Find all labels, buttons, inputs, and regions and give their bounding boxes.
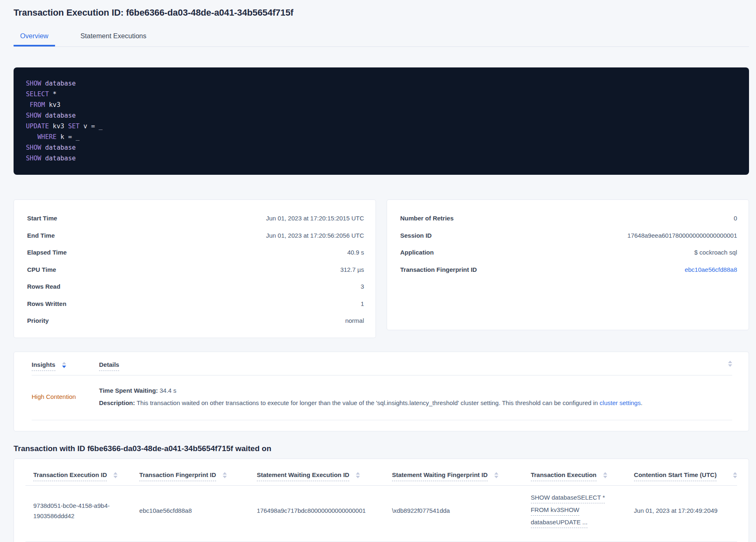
- sql-code-line: SELECT *: [26, 89, 737, 100]
- summary-value: Jun 01, 2023 at 17:20:56:2056 UTC: [266, 232, 364, 239]
- sort-icon[interactable]: [356, 472, 360, 478]
- sort-icon[interactable]: [62, 362, 66, 368]
- column-header[interactable]: Statement Waiting Fingerprint ID: [392, 471, 531, 481]
- summary-label: CPU Time: [27, 266, 56, 273]
- transaction-fingerprint-id-cell: ebc10ae56cfd88a8: [139, 505, 257, 516]
- summary-label: Transaction Fingerprint ID: [400, 266, 477, 273]
- transaction-execution-preview-link[interactable]: SHOW databaseSELECT *FROM kv3SHOWdatabas…: [531, 492, 634, 529]
- session-row: Transaction Fingerprint IDebc10ae56cfd88…: [387, 261, 749, 278]
- summary-card-session: Number of Retries0Session ID17648a9eea60…: [387, 199, 749, 330]
- sort-icon[interactable]: [113, 472, 118, 478]
- session-row: Number of Retries0: [387, 210, 749, 227]
- sort-icon[interactable]: [603, 472, 607, 478]
- tab-overview[interactable]: Overview: [14, 28, 55, 46]
- timing-row: CPU Time312.7 µs: [14, 261, 376, 278]
- summary-label: Application: [400, 249, 434, 256]
- column-header[interactable]: Transaction Fingerprint ID: [139, 471, 257, 481]
- transaction-execution-preview-line[interactable]: SHOW databaseSELECT *: [531, 492, 605, 503]
- transaction-execution-id-cell: 9738d051-bc0e-4158-a9b4-1903586ddd42: [25, 500, 139, 521]
- table-row: 9738d051-bc0e-4158-a9b4-1903586ddd42ebc1…: [25, 486, 737, 542]
- column-header-label[interactable]: Transaction Fingerprint ID: [139, 471, 216, 481]
- timing-row: Rows Written1: [14, 295, 376, 313]
- waited-table-body: 9738d051-bc0e-4158-a9b4-1903586ddd42ebc1…: [25, 486, 737, 542]
- session-row: Application$ cockroach sql: [387, 244, 749, 261]
- summary-label: End Time: [27, 232, 55, 239]
- sql-code-line: UPDATE kv3 SET v = _: [26, 121, 737, 132]
- insight-description: Description: This transaction waited on …: [99, 397, 732, 409]
- transaction-execution-preview-line[interactable]: databaseUPDATE ...: [531, 517, 588, 528]
- contention-start-time-cell: Jun 01, 2023 at 17:20:49:2049: [634, 505, 737, 516]
- column-header-label[interactable]: Transaction Execution ID: [33, 471, 107, 481]
- details-column-header[interactable]: Details: [99, 361, 721, 368]
- sql-code-line: SHOW database: [26, 78, 737, 89]
- transaction-fingerprint-link[interactable]: ebc10ae56cfd88a8: [685, 266, 737, 273]
- timing-row: Start TimeJun 01, 2023 at 17:20:15:2015 …: [14, 210, 376, 227]
- insights-table-card: Insights Details High Contention Time Sp…: [14, 352, 749, 431]
- summary-label: Rows Written: [27, 300, 67, 307]
- page-title: Transaction Execution ID: f6be6366-da03-…: [14, 7, 749, 18]
- tab-statement-executions[interactable]: Statement Executions: [74, 28, 153, 46]
- summary-value: normal: [345, 317, 364, 324]
- insight-details: Time Spent Waiting: 34.4 s Description: …: [99, 384, 732, 409]
- sort-icon[interactable]: [223, 472, 227, 478]
- cluster-settings-link[interactable]: cluster settings: [599, 399, 641, 406]
- summary-card-timing: Start TimeJun 01, 2023 at 17:20:15:2015 …: [14, 199, 376, 338]
- insight-row: High Contention Time Spent Waiting: 34.4…: [32, 375, 732, 420]
- summary-label: Number of Retries: [400, 215, 454, 222]
- timing-row: Elapsed Time40.9 s: [14, 244, 376, 261]
- summary-label: Start Time: [27, 215, 57, 222]
- sort-icon[interactable]: [728, 361, 732, 367]
- waited-on-section-title: Transaction with ID f6be6366-da03-48de-a…: [14, 444, 749, 453]
- column-header-label[interactable]: Statement Waiting Fingerprint ID: [392, 471, 488, 481]
- summary-value: 3: [361, 283, 364, 290]
- insights-column-header[interactable]: Insights: [32, 361, 99, 371]
- summary-value: Jun 01, 2023 at 17:20:15:2015 UTC: [266, 215, 364, 222]
- summary-value: 40.9 s: [347, 249, 364, 256]
- sql-statements-block: SHOW databaseSELECT * FROM kv3SHOW datab…: [14, 67, 749, 175]
- summary-label: Elapsed Time: [27, 249, 67, 256]
- insights-table-header: Insights Details: [32, 361, 732, 371]
- insights-header-label[interactable]: Insights: [32, 361, 55, 371]
- sort-icon[interactable]: [494, 472, 498, 478]
- waited-on-table-card: Transaction Execution IDTransaction Fing…: [14, 459, 749, 542]
- details-header-label[interactable]: Details: [99, 361, 119, 371]
- summary-label: Session ID: [400, 232, 432, 239]
- summary-value: 17648a9eea6017800000000000000001: [627, 232, 737, 239]
- sql-code-line: SHOW database: [26, 110, 737, 121]
- column-header-label[interactable]: Contention Start Time (UTC): [634, 471, 717, 481]
- transaction-details-page: Transaction Execution ID: f6be6366-da03-…: [0, 0, 756, 542]
- summary-cards: Start TimeJun 01, 2023 at 17:20:15:2015 …: [14, 199, 749, 338]
- statement-waiting-fingerprint-id-cell: \xdb8922f077541dda: [392, 505, 531, 516]
- tab-bar: Overview Statement Executions: [14, 28, 749, 47]
- sort-icon[interactable]: [733, 472, 737, 478]
- column-header[interactable]: Contention Start Time (UTC): [634, 471, 737, 481]
- summary-value: 1: [361, 300, 364, 307]
- column-header[interactable]: Transaction Execution ID: [25, 471, 139, 481]
- sql-code-line: SHOW database: [26, 153, 737, 164]
- time-spent-waiting: Time Spent Waiting: 34.4 s: [99, 384, 732, 397]
- sql-code-line: FROM kv3: [26, 100, 737, 110]
- session-row: Session ID17648a9eea60178000000000000000…: [387, 227, 749, 244]
- column-header-label[interactable]: Statement Waiting Execution ID: [257, 471, 349, 481]
- summary-value: 312.7 µs: [340, 266, 364, 273]
- timing-row: Rows Read3: [14, 278, 376, 295]
- column-header[interactable]: Transaction Execution: [531, 471, 634, 481]
- waited-table-header: Transaction Execution IDTransaction Fing…: [25, 471, 737, 481]
- timing-row: End TimeJun 01, 2023 at 17:20:56:2056 UT…: [14, 227, 376, 244]
- column-header[interactable]: Statement Waiting Execution ID: [257, 471, 392, 481]
- summary-label: Priority: [27, 317, 49, 324]
- summary-value: 0: [734, 215, 737, 222]
- transaction-execution-preview-line[interactable]: FROM kv3SHOW: [531, 505, 579, 516]
- statement-waiting-execution-id-cell: 176498a9c717bdc80000000000000001: [257, 505, 392, 516]
- summary-label: Rows Read: [27, 283, 60, 290]
- insight-type-label: High Contention: [32, 393, 99, 400]
- timing-row: Prioritynormal: [14, 312, 376, 329]
- summary-value: $ cockroach sql: [694, 249, 737, 256]
- sql-code-line: SHOW database: [26, 142, 737, 153]
- column-header-label[interactable]: Transaction Execution: [531, 471, 597, 481]
- sql-code-line: WHERE k = _: [26, 132, 737, 142]
